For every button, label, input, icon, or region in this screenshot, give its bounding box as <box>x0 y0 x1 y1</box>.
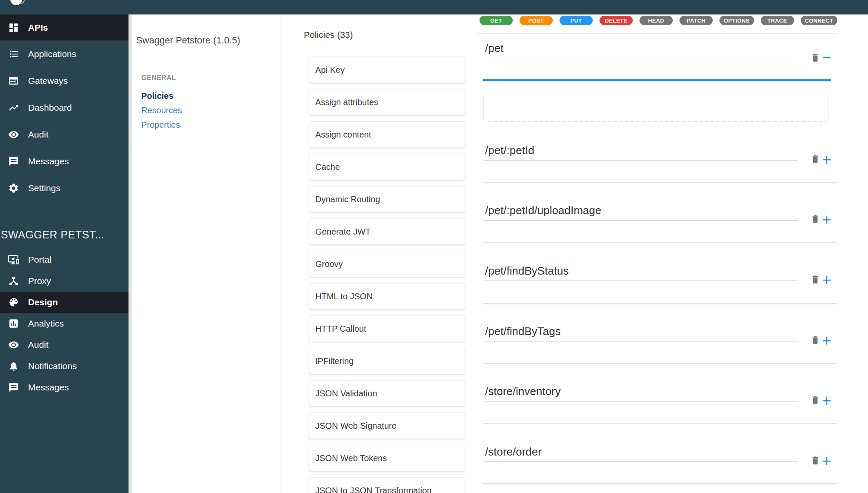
method-chip-options[interactable]: OPTIONS <box>720 16 754 25</box>
link-properties[interactable]: Properties <box>141 120 180 130</box>
policies-panel-title: Policies (33) <box>304 30 353 40</box>
panel-scrollbar[interactable] <box>128 14 132 493</box>
policy-card[interactable]: JSON Web Signature <box>309 413 465 439</box>
link-resources[interactable]: Resources <box>141 106 182 115</box>
sidebar-item-applications[interactable]: Applications <box>0 40 128 67</box>
policy-card[interactable]: Assign attributes <box>309 89 465 115</box>
divider <box>304 45 471 45</box>
sidebar-item-messages[interactable]: Messages <box>0 148 128 175</box>
policy-card[interactable]: Groovy <box>309 251 465 277</box>
policy-card[interactable]: HTTP Callout <box>309 315 465 342</box>
method-chip-get[interactable]: GET <box>480 16 513 25</box>
method-chip-patch[interactable]: PATCH <box>680 16 713 25</box>
sidebar-item-label: APIs <box>28 23 48 33</box>
policy-card[interactable]: JSON Web Tokens <box>309 445 465 471</box>
sidebar-item-design[interactable]: Design <box>0 292 128 313</box>
gear-icon <box>8 183 19 194</box>
sidebar-item-label: Design <box>28 297 58 307</box>
divider <box>133 61 277 61</box>
path-input-findbytags[interactable]: /pet/findByTags <box>484 322 798 341</box>
method-chip-delete[interactable]: DELETE <box>600 16 633 25</box>
collapse-path-icon[interactable] <box>822 52 831 63</box>
policies-panel: Policies (33) Api Key Assign attributes … <box>280 14 477 493</box>
sidebar-item-messages-api[interactable]: Messages <box>0 377 128 398</box>
row-separator <box>483 483 837 484</box>
chat-bubble-icon <box>8 382 19 393</box>
sidebar-item-settings[interactable]: Settings <box>0 175 128 201</box>
design-panel: GET POST PUT DELETE HEAD PATCH OPTIONS T… <box>477 14 868 493</box>
method-chip-connect[interactable]: CONNECT <box>801 16 837 25</box>
path-input-petid[interactable]: /pet/:petId <box>484 141 798 161</box>
api-panel: Swagger Petstore (1.0.5) GENERAL Policie… <box>132 14 280 493</box>
policy-card[interactable]: Dynamic Routing <box>309 186 465 212</box>
policy-drop-zone[interactable] <box>483 94 829 122</box>
expand-path-icon[interactable] <box>822 456 831 466</box>
top-header <box>0 0 868 14</box>
sidebar-item-label: Audit <box>28 340 49 350</box>
policy-card[interactable]: Api Key <box>309 57 465 83</box>
sidebar-item-proxy[interactable]: Proxy <box>0 270 128 292</box>
row-separator <box>483 423 837 424</box>
general-section-label: GENERAL <box>141 74 176 82</box>
method-chips-row: GET POST PUT DELETE HEAD PATCH OPTIONS T… <box>480 16 837 25</box>
policy-card[interactable]: JSON Validation <box>309 380 465 407</box>
bell-icon <box>8 361 19 372</box>
expand-path-icon[interactable] <box>822 396 831 406</box>
sidebar-item-notifications[interactable]: Notifications <box>0 355 128 377</box>
sidebar-item-portal[interactable]: Portal <box>0 249 128 270</box>
link-policies[interactable]: Policies <box>141 91 174 101</box>
delete-path-icon[interactable] <box>811 335 819 345</box>
devices-star-icon <box>8 254 19 265</box>
expand-path-icon[interactable] <box>822 275 831 285</box>
policy-card[interactable]: HTML to JSON <box>309 283 465 310</box>
method-chip-post[interactable]: POST <box>520 16 553 25</box>
sidebar-item-dashboard[interactable]: Dashboard <box>0 94 128 121</box>
policy-card[interactable]: IPFiltering <box>309 348 465 374</box>
sidebar-item-gateways[interactable]: Gateways <box>0 67 128 94</box>
delete-path-icon[interactable] <box>811 52 819 63</box>
sidebar-item-label: Proxy <box>28 276 51 286</box>
path-input-order[interactable]: /store/order <box>484 442 798 462</box>
sidebar-item-analytics[interactable]: Analytics <box>0 313 128 334</box>
row-separator <box>483 363 837 364</box>
divider <box>477 33 837 34</box>
sidebar-item-label: Audit <box>28 129 49 140</box>
sidebar-item-label: Messages <box>28 382 69 393</box>
expand-path-icon[interactable] <box>822 155 831 165</box>
path-input-uploadimage[interactable]: /pet/:petId/uploadImage <box>484 201 798 221</box>
delete-path-icon[interactable] <box>811 154 819 164</box>
policy-card[interactable]: Cache <box>309 154 465 180</box>
api-section-title: SWAGGER PETST... <box>1 229 104 241</box>
path-input-findbystatus[interactable]: /pet/findByStatus <box>484 261 798 281</box>
row-separator <box>483 303 837 304</box>
api-title: Swagger Petstore (1.0.5) <box>136 35 240 46</box>
policy-card[interactable]: Generate JWT <box>309 218 465 245</box>
expand-path-icon[interactable] <box>822 335 831 346</box>
sidebar-item-label: Applications <box>28 49 76 59</box>
window-grid-icon <box>8 75 19 86</box>
policy-card[interactable]: Assign content <box>309 121 465 148</box>
sidebar-item-audit[interactable]: Audit <box>0 121 128 148</box>
expand-path-icon[interactable] <box>822 215 831 225</box>
eye-icon <box>8 339 19 350</box>
method-chip-head[interactable]: HEAD <box>640 16 673 25</box>
palette-icon <box>8 297 19 308</box>
path-input-pet[interactable]: /pet <box>484 39 798 58</box>
sidebar-item-apis[interactable]: APIs <box>0 14 128 40</box>
bar-chart-icon <box>8 318 19 329</box>
sidebar-item-label: Gateways <box>28 76 68 86</box>
method-chip-trace[interactable]: TRACE <box>761 16 794 25</box>
path-input-inventory[interactable]: /store/inventory <box>484 382 798 401</box>
sidebar-item-label: Dashboard <box>28 103 72 113</box>
sidebar-item-label: Settings <box>28 183 60 193</box>
grid-icon <box>8 22 19 33</box>
delete-path-icon[interactable] <box>811 455 819 465</box>
sidebar-item-label: Notifications <box>28 361 77 371</box>
method-chip-put[interactable]: PUT <box>560 16 593 25</box>
delete-path-icon[interactable] <box>811 274 819 284</box>
sidebar-item-audit-api[interactable]: Audit <box>0 334 128 355</box>
sidebar: APIs Applications Gateways Dashboard Aud… <box>0 14 128 493</box>
delete-path-icon[interactable] <box>811 395 819 405</box>
policy-card[interactable]: JSON to JSON Transformation <box>309 477 465 493</box>
delete-path-icon[interactable] <box>811 214 819 224</box>
